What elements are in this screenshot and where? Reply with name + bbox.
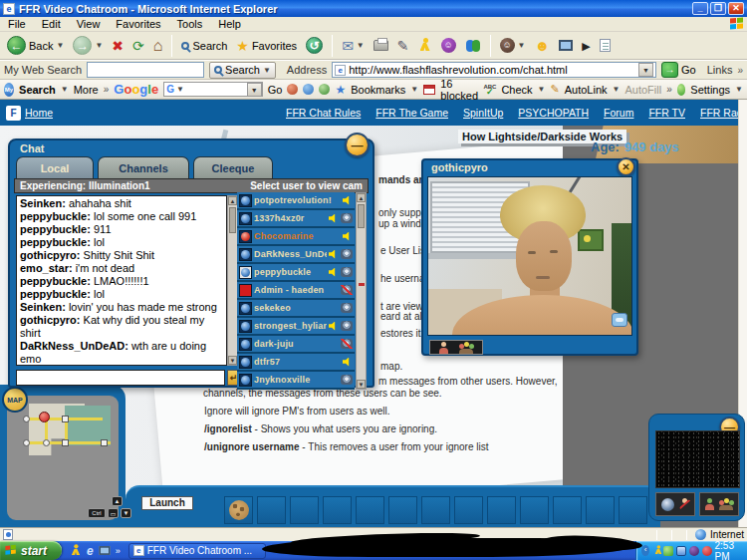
down-arrow-key[interactable]: ▼ [121, 508, 131, 518]
menu-item-help[interactable]: Help [210, 18, 249, 30]
ie-quicklaunch-icon[interactable]: e [87, 544, 94, 558]
cam-control-box[interactable] [655, 492, 695, 516]
site-link-forum[interactable]: Forum [604, 107, 633, 119]
menu-item-file[interactable]: File [0, 18, 34, 30]
search-button[interactable]: Search [178, 39, 230, 53]
chat-message-input[interactable] [16, 370, 225, 386]
user-list-item[interactable]: dark-juju [237, 336, 355, 354]
menu-item-tools[interactable]: Tools [169, 18, 211, 30]
site-link-psychopath[interactable]: PSYCHOPATH [518, 107, 589, 119]
home-link[interactable]: Home [25, 107, 53, 119]
refresh-button[interactable]: ⟳ [129, 38, 147, 54]
webcam-icon[interactable] [341, 285, 353, 295]
msn-messenger-button[interactable] [462, 37, 484, 54]
security-tray-icon[interactable] [702, 546, 712, 556]
aim-button[interactable] [415, 37, 435, 54]
go-button[interactable]: → Go [661, 62, 696, 78]
item-slot[interactable] [454, 496, 483, 524]
google-search-input[interactable]: G ▼ ▼ [163, 82, 263, 97]
links-label[interactable]: Links [707, 64, 733, 76]
user-list-item[interactable]: dtfr57 [237, 354, 355, 372]
scroll-down-icon[interactable]: ▼ [228, 356, 237, 365]
history-button[interactable]: ↺ [303, 36, 326, 55]
messenger-tray-icon[interactable] [689, 546, 699, 556]
google-search-dropdown-icon[interactable]: ▼ [176, 85, 184, 94]
tab-local[interactable]: Local [16, 156, 94, 178]
launch-button[interactable]: Launch [141, 496, 193, 510]
more-button[interactable]: More [74, 84, 99, 96]
web-search-button[interactable]: Search ▼ [209, 62, 276, 79]
user-list-item[interactable]: strongest_hylian [237, 318, 355, 336]
search-dropdown-icon[interactable]: ▼ [263, 66, 271, 75]
screen-key[interactable]: ▭ [108, 508, 119, 518]
user-list-item[interactable]: Jnyknoxville [237, 372, 355, 390]
scrollbar-thumb[interactable] [229, 207, 236, 233]
menu-item-favorites[interactable]: Favorites [108, 18, 168, 30]
home-button[interactable]: ⌂ [150, 38, 166, 54]
google-earth-icon[interactable] [319, 84, 330, 95]
webcam-icon[interactable] [341, 339, 353, 349]
user-list-item[interactable]: peppybuckle [237, 264, 355, 282]
more-chevron-icon[interactable]: » [104, 84, 110, 95]
webcam-icon[interactable] [341, 213, 353, 223]
chat-minimize-button[interactable]: — [345, 133, 370, 157]
webcam-icon[interactable] [341, 267, 353, 277]
site-link-ffr-chat-rules[interactable]: FFR Chat Rules [286, 107, 361, 119]
item-slot[interactable] [290, 496, 319, 524]
user-list-item[interactable]: 1337h4xz0r [237, 210, 355, 228]
user-list-item[interactable]: potpotrevolution! [237, 192, 355, 210]
item-slot[interactable] [224, 496, 253, 524]
back-button[interactable]: ← Back ▼ [4, 35, 67, 56]
smiley-button[interactable]: ☻ [531, 38, 553, 54]
toolbar-chevron-icon[interactable]: » [666, 84, 672, 95]
minimize-button[interactable]: _ [692, 2, 708, 15]
address-dropdown-icon[interactable]: ▼ [638, 63, 653, 77]
links-chevron-icon[interactable]: » [737, 65, 743, 76]
taskbar-task-button[interactable]: e FFR Video Chatroom ... [128, 543, 266, 559]
scroll-up-icon[interactable]: ▲ [357, 193, 366, 202]
item-slot[interactable] [487, 496, 516, 524]
item-slot[interactable] [553, 496, 582, 524]
google-input-dropdown-icon[interactable]: ▼ [247, 83, 262, 97]
item-slot[interactable] [257, 496, 286, 524]
mysearch-button[interactable]: Search [19, 84, 56, 96]
tab-channels[interactable]: Channels [98, 156, 189, 178]
item-slot[interactable] [323, 496, 352, 524]
aim-tray-icon[interactable] [653, 545, 658, 556]
scroll-up-icon[interactable]: ▲ [228, 196, 237, 205]
pointer-button[interactable]: ▶ [579, 38, 593, 54]
site-link-spinitup[interactable]: SpinItUp [463, 107, 503, 119]
scrollbar-thumb[interactable] [358, 204, 365, 228]
google-globe-icon[interactable] [303, 84, 314, 95]
google-go-button[interactable]: Go [268, 84, 283, 96]
menu-item-edit[interactable]: Edit [34, 18, 69, 30]
start-button[interactable]: start [0, 541, 62, 560]
bookmarks-dropdown-icon[interactable]: ▼ [410, 85, 418, 94]
up-arrow-key[interactable]: ▲ [112, 496, 123, 506]
mail-button[interactable]: ✉ ▼ [339, 38, 368, 54]
mail-dropdown-icon[interactable]: ▼ [357, 41, 365, 50]
item-slot[interactable] [421, 496, 450, 524]
quicklaunch-chevron-icon[interactable]: » [116, 546, 121, 556]
check-button[interactable]: Check [501, 84, 532, 96]
update-tray-icon[interactable] [663, 546, 673, 556]
tray-chevron-icon[interactable]: ‹ [641, 545, 649, 556]
forward-button[interactable]: → ▼ [70, 35, 106, 56]
menu-item-view[interactable]: View [69, 18, 109, 30]
messenger-button[interactable]: ☺ ▼ [497, 37, 529, 54]
settings-dropdown-icon[interactable]: ▼ [735, 85, 743, 94]
scroll-down-icon[interactable]: ▼ [357, 380, 366, 389]
yahoo-messenger-button[interactable]: ☺ [438, 37, 459, 54]
print-button[interactable] [371, 39, 391, 52]
cam-preview-widget[interactable]: — [648, 414, 745, 521]
google-news-icon[interactable] [287, 84, 298, 95]
site-link-ffr-tv[interactable]: FFR TV [648, 107, 685, 119]
desktop-quicklaunch-icon[interactable] [99, 546, 110, 555]
web-search-input[interactable] [87, 62, 204, 78]
item-slot[interactable] [586, 496, 615, 524]
blocked-count[interactable]: 16 blocked [440, 78, 478, 102]
media-button[interactable] [556, 39, 576, 52]
restore-button[interactable]: ❐ [710, 2, 726, 15]
stop-button[interactable]: ✖ [109, 38, 126, 54]
messenger-dropdown-icon[interactable]: ▼ [518, 41, 526, 50]
